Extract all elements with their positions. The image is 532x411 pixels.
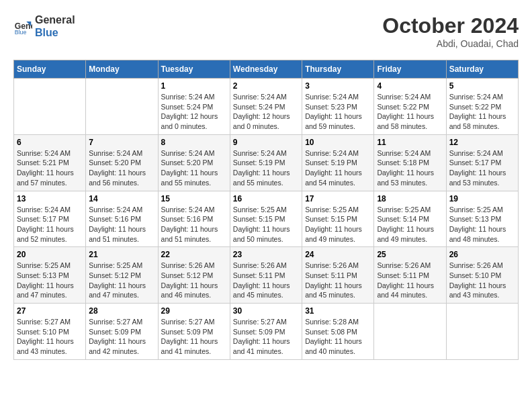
- day-number: 30: [233, 306, 299, 316]
- calendar-cell: 3Sunrise: 5:24 AMSunset: 5:23 PMDaylight…: [302, 79, 374, 135]
- day-number: 5: [449, 81, 515, 91]
- day-number: 23: [233, 250, 299, 259]
- calendar-cell: 21Sunrise: 5:25 AMSunset: 5:12 PMDayligh…: [86, 247, 158, 304]
- day-info: Sunrise: 5:26 AMSunset: 5:11 PMDaylight:…: [305, 261, 371, 300]
- logo-icon: General Blue: [13, 17, 32, 36]
- calendar-week-3: 13Sunrise: 5:24 AMSunset: 5:17 PMDayligh…: [14, 191, 519, 247]
- calendar-cell: 17Sunrise: 5:25 AMSunset: 5:15 PMDayligh…: [302, 191, 374, 247]
- calendar-cell: 1Sunrise: 5:24 AMSunset: 5:24 PMDaylight…: [158, 79, 230, 135]
- day-number: 14: [89, 194, 154, 203]
- calendar-cell: [86, 79, 158, 135]
- weekday-header-tuesday: Tuesday: [158, 60, 230, 79]
- calendar-cell: 12Sunrise: 5:24 AMSunset: 5:17 PMDayligh…: [446, 134, 518, 191]
- day-number: 15: [161, 194, 227, 203]
- day-number: 27: [17, 306, 83, 316]
- calendar-cell: 22Sunrise: 5:26 AMSunset: 5:12 PMDayligh…: [158, 247, 230, 304]
- day-number: 18: [377, 194, 443, 203]
- calendar-cell: 23Sunrise: 5:26 AMSunset: 5:11 PMDayligh…: [230, 247, 302, 304]
- day-number: 12: [449, 138, 515, 147]
- calendar-week-1: 1Sunrise: 5:24 AMSunset: 5:24 PMDaylight…: [14, 79, 519, 135]
- weekday-header-sunday: Sunday: [14, 60, 86, 79]
- day-number: 20: [17, 250, 83, 259]
- day-info: Sunrise: 5:24 AMSunset: 5:22 PMDaylight:…: [377, 92, 443, 132]
- calendar-cell: 9Sunrise: 5:24 AMSunset: 5:19 PMDaylight…: [230, 134, 302, 191]
- day-info: Sunrise: 5:24 AMSunset: 5:24 PMDaylight:…: [161, 92, 227, 132]
- weekday-header-row: SundayMondayTuesdayWednesdayThursdayFrid…: [14, 60, 519, 79]
- day-info: Sunrise: 5:25 AMSunset: 5:12 PMDaylight:…: [89, 261, 154, 300]
- day-number: 7: [89, 138, 154, 147]
- calendar-cell: 2Sunrise: 5:24 AMSunset: 5:24 PMDaylight…: [230, 79, 302, 135]
- day-number: 10: [305, 138, 371, 147]
- calendar-cell: 27Sunrise: 5:27 AMSunset: 5:10 PMDayligh…: [14, 304, 86, 360]
- page-header: General Blue General Blue October 2024 A…: [13, 13, 519, 49]
- logo: General Blue General Blue: [13, 13, 75, 39]
- title-block: October 2024 Abdi, Ouadai, Chad: [382, 13, 519, 49]
- day-info: Sunrise: 5:27 AMSunset: 5:09 PMDaylight:…: [233, 317, 299, 357]
- day-number: 8: [161, 138, 227, 147]
- calendar-cell: 24Sunrise: 5:26 AMSunset: 5:11 PMDayligh…: [302, 247, 374, 304]
- day-number: 26: [449, 250, 515, 259]
- day-info: Sunrise: 5:24 AMSunset: 5:18 PMDaylight:…: [377, 148, 443, 188]
- day-number: 1: [161, 81, 227, 91]
- calendar-cell: 18Sunrise: 5:25 AMSunset: 5:14 PMDayligh…: [374, 191, 446, 247]
- day-info: Sunrise: 5:24 AMSunset: 5:17 PMDaylight:…: [17, 205, 83, 244]
- day-info: Sunrise: 5:25 AMSunset: 5:15 PMDaylight:…: [233, 205, 299, 244]
- calendar-cell: 14Sunrise: 5:24 AMSunset: 5:16 PMDayligh…: [86, 191, 158, 247]
- svg-text:Blue: Blue: [15, 29, 27, 36]
- day-info: Sunrise: 5:24 AMSunset: 5:22 PMDaylight:…: [449, 92, 515, 132]
- day-number: 22: [161, 250, 227, 259]
- day-info: Sunrise: 5:24 AMSunset: 5:16 PMDaylight:…: [161, 205, 227, 244]
- day-number: 6: [17, 138, 83, 147]
- day-info: Sunrise: 5:27 AMSunset: 5:09 PMDaylight:…: [89, 317, 154, 357]
- day-info: Sunrise: 5:24 AMSunset: 5:17 PMDaylight:…: [449, 148, 515, 188]
- calendar-cell: 10Sunrise: 5:24 AMSunset: 5:19 PMDayligh…: [302, 134, 374, 191]
- calendar-cell: 28Sunrise: 5:27 AMSunset: 5:09 PMDayligh…: [86, 304, 158, 360]
- calendar-cell: 29Sunrise: 5:27 AMSunset: 5:09 PMDayligh…: [158, 304, 230, 360]
- calendar-week-2: 6Sunrise: 5:24 AMSunset: 5:21 PMDaylight…: [14, 134, 519, 191]
- day-number: 31: [305, 306, 371, 316]
- day-info: Sunrise: 5:26 AMSunset: 5:10 PMDaylight:…: [449, 261, 515, 300]
- logo-line2: Blue: [35, 26, 75, 39]
- weekday-header-saturday: Saturday: [446, 60, 518, 79]
- calendar-cell: 11Sunrise: 5:24 AMSunset: 5:18 PMDayligh…: [374, 134, 446, 191]
- day-info: Sunrise: 5:26 AMSunset: 5:11 PMDaylight:…: [233, 261, 299, 300]
- month-title: October 2024: [382, 13, 519, 38]
- calendar-cell: 20Sunrise: 5:25 AMSunset: 5:13 PMDayligh…: [14, 247, 86, 304]
- weekday-header-monday: Monday: [86, 60, 158, 79]
- day-number: 9: [233, 138, 299, 147]
- calendar-cell: 6Sunrise: 5:24 AMSunset: 5:21 PMDaylight…: [14, 134, 86, 191]
- calendar-cell: [14, 79, 86, 135]
- day-number: 3: [305, 81, 371, 91]
- day-info: Sunrise: 5:24 AMSunset: 5:16 PMDaylight:…: [89, 205, 154, 244]
- calendar-cell: 26Sunrise: 5:26 AMSunset: 5:10 PMDayligh…: [446, 247, 518, 304]
- weekday-header-wednesday: Wednesday: [230, 60, 302, 79]
- day-number: 16: [233, 194, 299, 203]
- day-number: 11: [377, 138, 443, 147]
- calendar-cell: 5Sunrise: 5:24 AMSunset: 5:22 PMDaylight…: [446, 79, 518, 135]
- day-info: Sunrise: 5:27 AMSunset: 5:10 PMDaylight:…: [17, 317, 83, 357]
- day-info: Sunrise: 5:25 AMSunset: 5:13 PMDaylight:…: [449, 205, 515, 244]
- calendar-cell: 7Sunrise: 5:24 AMSunset: 5:20 PMDaylight…: [86, 134, 158, 191]
- day-number: 19: [449, 194, 515, 203]
- day-number: 28: [89, 306, 154, 316]
- logo-line1: General: [35, 13, 75, 26]
- day-info: Sunrise: 5:24 AMSunset: 5:20 PMDaylight:…: [89, 148, 154, 188]
- day-info: Sunrise: 5:27 AMSunset: 5:09 PMDaylight:…: [161, 317, 227, 357]
- calendar-week-4: 20Sunrise: 5:25 AMSunset: 5:13 PMDayligh…: [14, 247, 519, 304]
- day-info: Sunrise: 5:24 AMSunset: 5:19 PMDaylight:…: [305, 148, 371, 188]
- calendar-table: SundayMondayTuesdayWednesdayThursdayFrid…: [13, 60, 519, 360]
- calendar-cell: [446, 304, 518, 360]
- weekday-header-thursday: Thursday: [302, 60, 374, 79]
- day-info: Sunrise: 5:24 AMSunset: 5:23 PMDaylight:…: [305, 92, 371, 132]
- day-info: Sunrise: 5:24 AMSunset: 5:20 PMDaylight:…: [161, 148, 227, 188]
- day-info: Sunrise: 5:24 AMSunset: 5:24 PMDaylight:…: [233, 92, 299, 132]
- calendar-week-5: 27Sunrise: 5:27 AMSunset: 5:10 PMDayligh…: [14, 304, 519, 360]
- day-info: Sunrise: 5:24 AMSunset: 5:21 PMDaylight:…: [17, 148, 83, 188]
- day-number: 24: [305, 250, 371, 259]
- day-info: Sunrise: 5:24 AMSunset: 5:19 PMDaylight:…: [233, 148, 299, 188]
- day-number: 13: [17, 194, 83, 203]
- location: Abdi, Ouadai, Chad: [382, 38, 519, 49]
- calendar-cell: [374, 304, 446, 360]
- day-info: Sunrise: 5:26 AMSunset: 5:11 PMDaylight:…: [377, 261, 443, 300]
- day-info: Sunrise: 5:25 AMSunset: 5:13 PMDaylight:…: [17, 261, 83, 300]
